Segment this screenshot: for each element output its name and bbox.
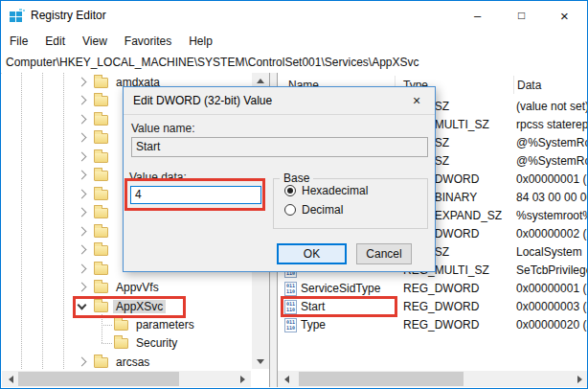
radio-selected-icon[interactable] (284, 185, 296, 196)
column-header-data[interactable]: Data (517, 79, 541, 92)
folder-icon (94, 96, 108, 106)
arrow-left-icon (9, 376, 13, 383)
dialog-title-bar: Edit DWORD (32-bit) Value × (124, 87, 435, 115)
tree-horizontal-scrollbar[interactable] (2, 371, 251, 387)
dword-icon: 011110 (284, 318, 297, 332)
title-bar: Registry Editor – □ × (1, 1, 587, 31)
tree-item-parameters[interactable]: parameters (2, 316, 252, 334)
chevron-right-icon[interactable] (78, 171, 87, 180)
dialog-close-button[interactable]: × (403, 89, 430, 111)
folder-icon (94, 208, 108, 218)
folder-icon (94, 245, 108, 256)
folder-icon (94, 357, 108, 368)
scrollbar-thumb[interactable] (18, 372, 179, 386)
arrow-left-icon (284, 376, 289, 383)
scroll-down-button[interactable] (252, 354, 269, 369)
chevron-right-icon[interactable] (78, 283, 87, 292)
registry-icon (10, 9, 25, 23)
dialog-title: Edit DWORD (32-bit) Value (133, 94, 272, 107)
chevron-right-icon[interactable] (78, 96, 87, 105)
folder-icon (114, 320, 128, 331)
value-row-type[interactable]: 011110TypeREG_DWORD0x00000020 (32) (278, 316, 588, 334)
decimal-radio[interactable]: Decimal (284, 203, 343, 217)
folder-icon (94, 190, 108, 200)
cancel-button[interactable]: Cancel (356, 243, 412, 264)
folder-icon (94, 227, 108, 238)
scrollbar-thumb[interactable] (299, 372, 464, 386)
list-horizontal-scrollbar[interactable] (278, 371, 588, 387)
ok-button[interactable]: OK (277, 243, 347, 264)
chevron-right-icon[interactable] (78, 245, 87, 255)
folder-icon (94, 133, 108, 144)
scroll-right-button[interactable] (234, 371, 251, 387)
arrow-right-icon (577, 376, 582, 383)
folder-icon (114, 338, 128, 349)
address-bar[interactable]: Computer\HKEY_LOCAL_MACHINE\SYSTEM\Contr… (1, 52, 587, 74)
maximize-button[interactable]: □ (500, 1, 543, 30)
registry-editor-window: Registry Editor – □ × File Edit View Fav… (0, 0, 588, 389)
chevron-right-icon[interactable] (78, 357, 87, 367)
arrow-right-icon (240, 376, 245, 383)
base-group-label: Base (280, 172, 313, 185)
tree-item-appvvfs[interactable]: AppvVfs (2, 279, 252, 297)
arrow-up-icon (257, 79, 264, 83)
value-name-field[interactable]: Start (131, 137, 428, 157)
folder-icon (94, 78, 108, 88)
close-button[interactable]: × (543, 1, 586, 30)
window-title: Registry Editor (31, 9, 106, 22)
chevron-right-icon[interactable] (78, 190, 87, 199)
chevron-right-icon[interactable] (78, 115, 87, 125)
scroll-left-button[interactable] (278, 371, 295, 387)
registry-path: Computer\HKEY_LOCAL_MACHINE\SYSTEM\Contr… (1, 56, 419, 69)
chevron-right-icon[interactable] (78, 133, 87, 143)
menu-bar: File Edit View Favorites Help (1, 31, 587, 52)
folder-icon (94, 171, 108, 181)
chevron-right-icon[interactable] (78, 78, 87, 87)
annotation-box-start-row (281, 296, 397, 317)
folder-icon (94, 115, 108, 126)
menu-edit[interactable]: Edit (36, 34, 74, 48)
menu-file[interactable]: File (1, 34, 36, 48)
folder-icon (94, 283, 108, 293)
menu-view[interactable]: View (74, 34, 116, 48)
folder-icon (94, 264, 108, 275)
scroll-left-button[interactable] (2, 371, 19, 387)
value-name-label: Value name: (131, 122, 195, 135)
annotation-box-appxsvc (73, 296, 186, 318)
tree-item-security[interactable]: Security (2, 334, 252, 353)
chevron-right-icon[interactable] (78, 264, 87, 274)
scroll-right-button[interactable] (571, 371, 588, 387)
tree-item-arcsas[interactable]: arcsas (2, 354, 252, 369)
dword-icon: 011110 (284, 282, 297, 296)
minimize-button[interactable]: – (456, 1, 499, 30)
hexadecimal-radio[interactable]: Hexadecimal (284, 184, 368, 197)
folder-icon (94, 152, 108, 163)
menu-help[interactable]: Help (180, 34, 221, 48)
arrow-down-icon (257, 359, 264, 364)
column-separator[interactable] (513, 76, 514, 94)
annotation-box-value-data (124, 178, 265, 211)
radio-unselected-icon[interactable] (284, 204, 296, 216)
chevron-right-icon[interactable] (78, 208, 87, 217)
chevron-right-icon[interactable] (78, 227, 87, 237)
menu-favorites[interactable]: Favorites (116, 34, 180, 48)
chevron-right-icon[interactable] (78, 152, 87, 162)
